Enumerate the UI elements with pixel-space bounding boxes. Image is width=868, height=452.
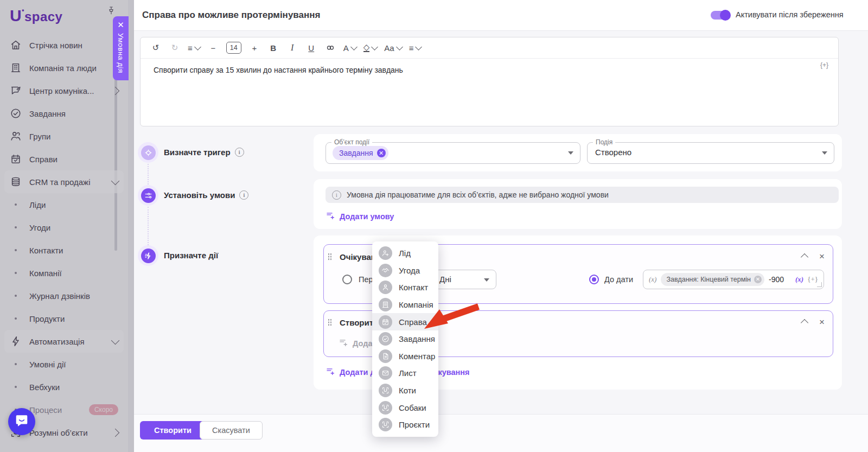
bold-icon[interactable]: B [266, 41, 281, 55]
info-icon[interactable]: i [235, 148, 244, 157]
period-radio[interactable] [342, 275, 352, 284]
close-icon[interactable]: × [819, 251, 825, 262]
formula-token: (x) [649, 275, 656, 284]
line-spacing-icon[interactable]: ≡ [186, 41, 202, 55]
smart-object-icon [379, 418, 392, 431]
step-trigger-label: Визначте тригер [164, 148, 231, 157]
add-condition-label: Додати умову [340, 212, 394, 221]
event-object-field[interactable]: Об’єкт події Завдання✕ [326, 142, 580, 164]
step-conditions: Установіть умовиi [164, 190, 248, 200]
dropdown-arrow-icon[interactable] [822, 151, 827, 155]
editor-toolbar: ↺ ↻ ≡ − 14 + B I U A ◇ Aa ≡ [141, 37, 838, 59]
event-field[interactable]: Подія Створено [587, 142, 834, 164]
red-pointer-arrow [422, 302, 483, 332]
actions-step-icon [138, 245, 158, 266]
dropdown-arrow-icon[interactable] [568, 151, 573, 155]
offset-value: -900 [769, 275, 784, 284]
resize-handle[interactable] [817, 282, 822, 287]
undo-icon[interactable]: ↺ [148, 41, 163, 55]
editor-content[interactable]: Спворити справу за 15 хвилин до настання… [154, 66, 403, 74]
event-object-label: Об’єкт події [331, 138, 372, 146]
filter-plus-icon [326, 366, 335, 378]
decrease-font-icon[interactable]: − [206, 41, 221, 55]
dropdown-item-label: Коментар [399, 352, 435, 361]
object-dropdown-menu: ЛідУгодаКонтактКомпаніяСправаЗавданняКом… [372, 241, 438, 437]
add-condition-link[interactable]: Додати умову [326, 211, 394, 222]
insert-variable-icon[interactable]: {+} [820, 61, 828, 69]
close-icon[interactable]: × [819, 317, 825, 328]
page-title: Справа про можливе протермінування [142, 10, 320, 21]
close-icon[interactable]: ✕ [117, 21, 124, 29]
trigger-step-icon [138, 142, 158, 163]
increase-font-icon[interactable]: + [247, 41, 262, 55]
to-date-radio[interactable] [589, 275, 599, 284]
dropdown-item[interactable]: Коментар [372, 348, 438, 365]
date-formula-input[interactable]: (x) Завдання: Кінцевий термін✕ -900 (x) … [643, 270, 824, 289]
contact-icon [379, 281, 392, 294]
chat-widget-button[interactable] [8, 408, 35, 435]
dropdown-item[interactable]: Лід [372, 245, 438, 262]
cancel-button[interactable]: Скасувати [200, 421, 263, 440]
step-actions-label: Призначте дії [164, 251, 218, 260]
to-date-radio-label: До дати [604, 275, 633, 284]
font-size-value[interactable]: 14 [225, 41, 243, 55]
conditions-step-icon [138, 185, 158, 206]
drag-handle-icon[interactable] [328, 319, 332, 326]
align-icon[interactable]: ≡ [407, 41, 423, 55]
drawer-side-tab[interactable]: ✕ Умовна дія [113, 16, 129, 80]
activate-toggle[interactable] [711, 11, 730, 20]
conditions-info-banner: i Умовна дія працюватиме для всіх об’єкт… [326, 187, 839, 203]
chip-remove-icon[interactable]: ✕ [377, 149, 386, 157]
object-chip[interactable]: Завдання✕ [333, 146, 388, 160]
event-value: Створено [595, 148, 631, 157]
dropdown-item[interactable]: Собаки [372, 399, 438, 416]
toggle-knob [720, 10, 731, 21]
deal-icon [379, 264, 392, 277]
unit-value: Дні [439, 275, 451, 284]
dropdown-item[interactable]: Проєкти [372, 416, 438, 434]
dropdown-item-label: Коти [399, 386, 416, 395]
create-button[interactable]: Створити [140, 421, 206, 440]
fx-icon[interactable]: (x) [795, 275, 803, 284]
dropdown-item[interactable]: Угода [372, 262, 438, 279]
dropdown-item-label: Лід [399, 249, 411, 258]
link-icon[interactable] [323, 41, 338, 55]
lead-icon [379, 246, 392, 260]
dropdown-item-label: Контакт [399, 283, 428, 292]
chip-remove-icon[interactable]: ✕ [754, 276, 762, 283]
font-color-icon[interactable]: A [342, 41, 358, 55]
step-trigger: Визначте тригерi [164, 148, 244, 157]
step-actions: Призначте дії [164, 251, 218, 260]
comment-icon [379, 349, 392, 363]
date-field-chip-label: Завдання: Кінцевий термін [666, 276, 751, 283]
mail-icon [379, 366, 392, 380]
smart-object-icon [379, 384, 392, 397]
conditions-banner-text: Умовна дія працюватиме для всіх об’єктів… [347, 190, 609, 199]
dropdown-item[interactable]: Контакт [372, 279, 438, 296]
chat-icon [15, 413, 29, 430]
italic-icon[interactable]: I [285, 41, 300, 55]
dropdown-item[interactable]: Завдання [372, 330, 438, 348]
event-label: Подія [593, 138, 615, 146]
dropdown-item-label: Завдання [399, 334, 435, 343]
dropdown-item[interactable]: Коти [372, 382, 438, 399]
unit-select[interactable]: Дні [431, 270, 496, 289]
step-connector [148, 207, 149, 245]
object-chip-label: Завдання [339, 149, 373, 157]
dropdown-item-label: Собаки [399, 403, 426, 412]
activate-toggle-label: Активувати після збереження [736, 10, 844, 19]
filter-plus-icon [326, 211, 335, 222]
drag-handle-icon[interactable] [328, 253, 332, 260]
redo-icon[interactable]: ↻ [167, 41, 182, 55]
info-icon: i [332, 190, 341, 200]
app-screen: U•spacy Стрічка новинКомпанія та людиЦен… [0, 0, 868, 452]
text-case-icon[interactable]: Aa [382, 41, 403, 55]
underline-icon[interactable]: U [304, 41, 319, 55]
date-field-chip[interactable]: Завдання: Кінцевий термін✕ [661, 273, 764, 286]
highlight-color-icon[interactable]: ◇ [362, 41, 379, 55]
activity-icon [379, 315, 392, 329]
dropdown-item[interactable]: Лист [372, 365, 438, 382]
description-editor[interactable]: ↺ ↻ ≡ − 14 + B I U A ◇ Aa ≡ Спворити спр… [140, 37, 839, 126]
info-icon[interactable]: i [239, 190, 248, 200]
dropdown-item-label: Угода [399, 266, 420, 275]
